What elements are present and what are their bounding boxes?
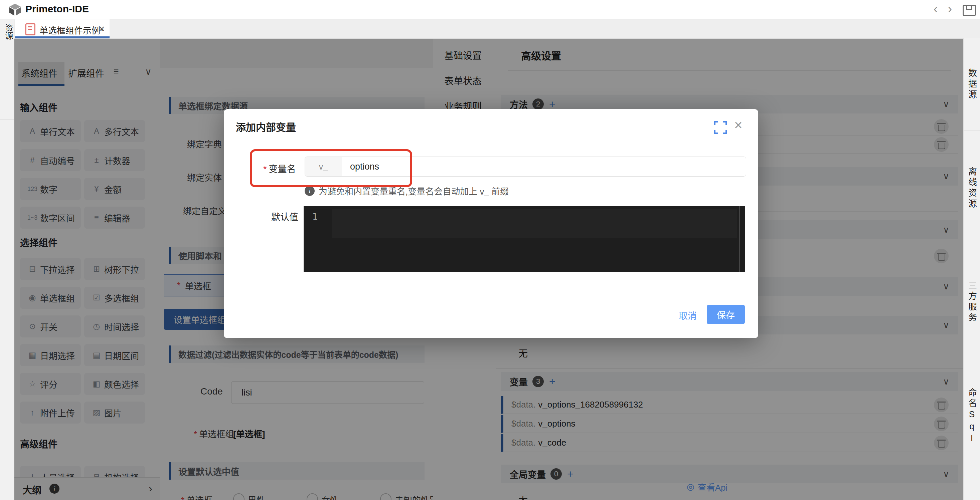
editor-active-line (332, 209, 737, 238)
cancel-button[interactable]: 取消 (679, 309, 697, 322)
fullscreen-icon[interactable] (714, 121, 727, 134)
rail-item-third-party-services[interactable]: 三方服务 (964, 246, 980, 358)
app-logo-icon (8, 3, 22, 17)
app-window: Primeton-IDE ‹ › 单选框组件示例* × 资源 数据源 离线资源 … (0, 0, 980, 500)
save-button[interactable]: 保存 (707, 305, 745, 324)
app-title: Primeton-IDE (25, 3, 89, 15)
rail-item-offline-resources[interactable]: 离线资源 (964, 130, 980, 246)
tab-label: 单选框组件示例* (40, 24, 103, 36)
variable-name-input[interactable] (342, 157, 746, 176)
title-bar: Primeton-IDE ‹ › (0, 0, 980, 19)
variable-name-hint: i 为避免和内置变量重名,变量名会自动加上 v_ 前缀 (305, 184, 509, 197)
nav-back-icon[interactable]: ‹ (934, 2, 937, 16)
default-value-code-editor[interactable]: 1 (304, 206, 745, 272)
rail-item-datasource[interactable]: 数据源 (964, 38, 980, 130)
document-icon (25, 23, 35, 35)
rail-divider (0, 119, 14, 119)
left-rail: 资源 (0, 19, 14, 500)
info-icon: i (305, 186, 315, 196)
close-icon[interactable]: × (734, 117, 743, 133)
editor-scrollbar[interactable] (739, 206, 740, 272)
default-value-label: 默认值 (271, 210, 298, 223)
tab-radio-example[interactable]: 单选框组件示例* × (15, 19, 110, 38)
rail-item-named-sql[interactable]: 命名Sql (964, 358, 980, 475)
line-number: 1 (312, 212, 318, 222)
rail-item-resources[interactable]: 资源 (0, 24, 14, 40)
save-icon[interactable] (963, 5, 976, 16)
variable-prefix-addon: v_ (305, 157, 342, 176)
nav-forward-icon[interactable]: › (948, 2, 952, 16)
variable-name-label: *变量名 (263, 162, 296, 175)
tab-bar: 单选框组件示例* × (14, 19, 980, 39)
dialog-title: 添加内部变量 (236, 119, 296, 134)
variable-name-input-group: v_ (305, 157, 746, 176)
add-internal-variable-dialog: 添加内部变量 × *变量名 v_ i 为避免和内置变量重名,变量名会自动加上 v… (224, 109, 758, 338)
tab-close-icon[interactable]: × (99, 23, 105, 34)
right-rail: 数据源 离线资源 三方服务 命名Sql (963, 38, 980, 500)
tab-active-underline (15, 37, 110, 38)
